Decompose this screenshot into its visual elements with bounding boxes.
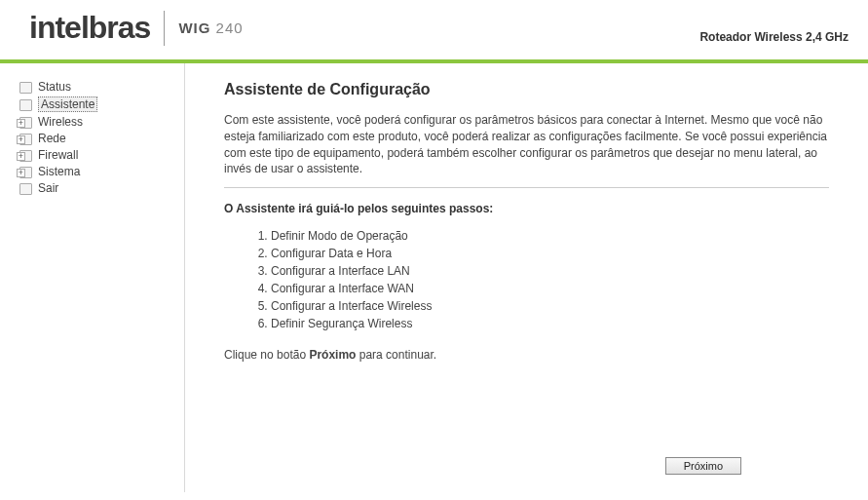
step-item: Configurar a Interface Wireless: [271, 297, 829, 315]
sidebar-item-rede[interactable]: Rede: [16, 131, 176, 146]
header: intelbras WIG 240 Roteador Wireless 2,4 …: [0, 0, 868, 63]
sidebar-item-label: Firewall: [38, 148, 78, 162]
sidebar: StatusAssistenteWirelessRedeFirewallSist…: [0, 63, 185, 492]
sidebar-item-label: Sair: [38, 181, 58, 195]
body: StatusAssistenteWirelessRedeFirewallSist…: [0, 63, 868, 492]
brand-logo: intelbras: [29, 10, 150, 46]
page-title: Assistente de Configuração: [224, 81, 829, 98]
content: Assistente de Configuração Com este assi…: [185, 63, 868, 492]
steps-heading: O Assistente irá guiá-lo pelos seguintes…: [224, 202, 829, 215]
intro-text: Com este assistente, você poderá configu…: [224, 112, 829, 177]
header-divider: [164, 11, 165, 46]
model-label: WIG 240: [178, 19, 243, 36]
click-next-prefix: Clique no botão: [224, 348, 309, 362]
folder-expandable-icon: [19, 133, 32, 145]
step-item: Configurar a Interface LAN: [271, 262, 829, 280]
page-icon: [19, 182, 32, 195]
model-prefix: WIG: [178, 19, 210, 36]
sidebar-item-wireless[interactable]: Wireless: [16, 114, 176, 130]
step-item: Definir Modo de Operação: [271, 227, 829, 245]
click-next-bold: Próximo: [309, 348, 356, 362]
folder-expandable-icon: [19, 149, 32, 162]
model-number: 240: [216, 19, 244, 36]
folder-expandable-icon: [19, 166, 32, 178]
sidebar-item-label: Assistente: [38, 96, 97, 112]
sidebar-item-assistente[interactable]: Assistente: [16, 96, 176, 113]
button-row: Próximo: [665, 457, 741, 475]
sidebar-item-sair[interactable]: Sair: [16, 180, 176, 196]
step-item: Configurar a Interface WAN: [271, 280, 829, 297]
sidebar-item-label: Wireless: [38, 115, 83, 129]
sidebar-item-status[interactable]: Status: [16, 79, 176, 95]
page-icon: [19, 81, 32, 94]
step-item: Definir Segurança Wireless: [271, 315, 829, 332]
sidebar-item-sistema[interactable]: Sistema: [16, 164, 176, 179]
sidebar-item-label: Rede: [38, 132, 66, 145]
sidebar-item-label: Status: [38, 80, 71, 94]
sidebar-item-firewall[interactable]: Firewall: [16, 147, 176, 163]
step-item: Configurar Data e Hora: [271, 245, 829, 262]
next-button[interactable]: Próximo: [665, 457, 741, 475]
click-next-text: Clique no botão Próximo para continuar.: [224, 348, 829, 362]
page-icon: [19, 98, 32, 111]
click-next-suffix: para continuar.: [356, 348, 436, 362]
steps-list: Definir Modo de OperaçãoConfigurar Data …: [271, 227, 829, 332]
folder-expandable-icon: [19, 116, 32, 129]
separator: [224, 187, 829, 188]
product-tag: Roteador Wireless 2,4 GHz: [699, 30, 849, 46]
sidebar-item-label: Sistema: [38, 165, 80, 178]
